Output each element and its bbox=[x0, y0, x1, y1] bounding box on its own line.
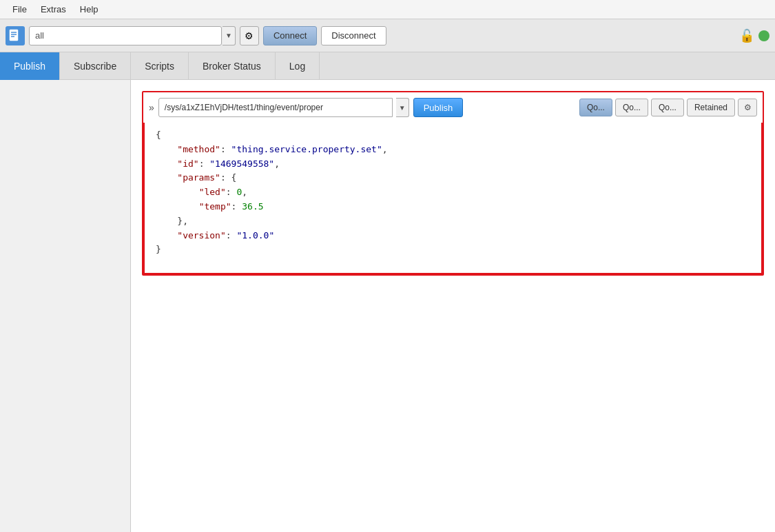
json-line: "temp": 36.5 bbox=[156, 200, 750, 214]
publish-toolbar: » ▼ Publish Qo... Qo... Qo... Retained ⚙ bbox=[143, 92, 763, 123]
json-line: "method": "thing.service.property.set", bbox=[156, 143, 750, 157]
menu-extras[interactable]: Extras bbox=[34, 3, 73, 16]
toolbar: ▼ ⚙ Connect Disconnect 🔓 bbox=[0, 19, 775, 52]
connection-status-indicator bbox=[758, 30, 769, 41]
settings-icon: ⚙ bbox=[245, 30, 254, 41]
publish-topic-button[interactable]: Publish bbox=[413, 98, 464, 117]
connection-dropdown-button[interactable]: ▼ bbox=[223, 26, 236, 45]
json-line: { bbox=[156, 128, 750, 143]
topic-arrow-icon: » bbox=[149, 102, 154, 113]
options-icon: ⚙ bbox=[744, 103, 752, 112]
connection-input[interactable] bbox=[29, 26, 222, 45]
document-icon bbox=[6, 26, 25, 45]
qos-0-button[interactable]: Qo... bbox=[579, 99, 612, 116]
sidebar bbox=[0, 80, 131, 532]
tab-bar: Publish Subscribe Scripts Broker Status … bbox=[0, 52, 775, 80]
connect-button[interactable]: Connect bbox=[263, 26, 317, 45]
json-line: "params": { bbox=[156, 171, 750, 185]
qos-2-button[interactable]: Qo... bbox=[651, 99, 684, 116]
qos-1-button[interactable]: Qo... bbox=[615, 99, 648, 116]
menu-bar: File Extras Help bbox=[0, 0, 775, 19]
menu-file[interactable]: File bbox=[6, 3, 34, 16]
options-button[interactable]: ⚙ bbox=[738, 99, 757, 116]
tab-scripts[interactable]: Scripts bbox=[131, 52, 189, 80]
publish-panel: » ▼ Publish Qo... Qo... Qo... Retained ⚙… bbox=[142, 91, 764, 276]
topic-dropdown-button[interactable]: ▼ bbox=[396, 98, 409, 117]
json-line: "id": "1469549558", bbox=[156, 157, 750, 172]
tab-broker-status[interactable]: Broker Status bbox=[189, 52, 276, 80]
json-line: "version": "1.0.0" bbox=[156, 229, 750, 243]
menu-help[interactable]: Help bbox=[73, 3, 105, 16]
tab-publish[interactable]: Publish bbox=[0, 52, 60, 80]
lock-icon: 🔓 bbox=[739, 28, 754, 43]
tab-log[interactable]: Log bbox=[276, 52, 320, 80]
topic-input[interactable] bbox=[158, 98, 393, 117]
tab-subscribe[interactable]: Subscribe bbox=[60, 52, 131, 80]
settings-button[interactable]: ⚙ bbox=[240, 26, 259, 45]
json-line: "led": 0, bbox=[156, 185, 750, 200]
json-editor[interactable]: { "method": "thing.service.property.set"… bbox=[143, 123, 763, 274]
svg-rect-0 bbox=[10, 30, 18, 41]
content-area: » ▼ Publish Qo... Qo... Qo... Retained ⚙… bbox=[131, 80, 775, 532]
retained-button[interactable]: Retained bbox=[687, 99, 735, 116]
json-line: }, bbox=[156, 214, 750, 229]
empty-space bbox=[142, 276, 764, 482]
main-layout: » ▼ Publish Qo... Qo... Qo... Retained ⚙… bbox=[0, 80, 775, 532]
qos-group: Qo... Qo... Qo... Retained ⚙ bbox=[579, 99, 757, 116]
disconnect-button[interactable]: Disconnect bbox=[321, 26, 386, 45]
json-line: } bbox=[156, 243, 750, 257]
lock-status-area: 🔓 bbox=[739, 28, 769, 43]
